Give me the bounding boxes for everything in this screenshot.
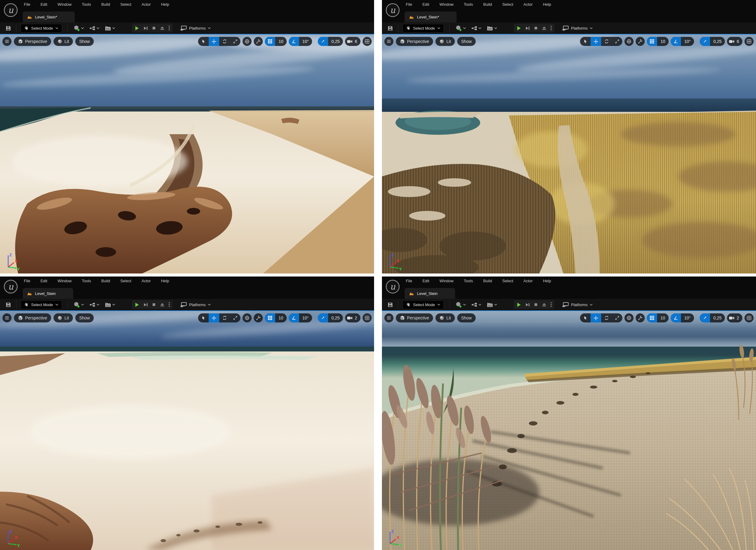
play-button[interactable]: [516, 26, 521, 31]
scale-snap-control[interactable]: 0,25: [318, 37, 343, 46]
select-mode-dropdown[interactable]: Select Mode: [402, 24, 444, 33]
eject-button[interactable]: [542, 26, 546, 31]
grid-snap-value[interactable]: 10: [657, 315, 669, 320]
menu-build[interactable]: Build: [478, 278, 497, 283]
rotation-snap-value[interactable]: 10°: [299, 39, 312, 44]
cinematics-dropdown[interactable]: [102, 26, 118, 31]
rotation-snap-toggle[interactable]: [289, 37, 299, 46]
rotation-snap-control[interactable]: 10°: [289, 37, 312, 46]
scale-tool-button[interactable]: [230, 313, 240, 322]
rotation-snap-toggle[interactable]: [289, 313, 299, 322]
menu-help[interactable]: Help: [538, 278, 556, 283]
rotation-snap-control[interactable]: 10°: [671, 313, 694, 322]
surface-snapping-button[interactable]: [254, 313, 263, 322]
maximize-viewport-button[interactable]: [745, 313, 754, 322]
viewport-show-dropdown[interactable]: Show: [75, 37, 94, 46]
surface-snapping-button[interactable]: [636, 313, 645, 322]
grid-snap-toggle[interactable]: [647, 37, 657, 46]
select-tool-button[interactable]: [198, 37, 209, 46]
save-button[interactable]: [386, 302, 395, 307]
rotation-snap-value[interactable]: 10°: [299, 315, 312, 320]
rotation-snap-value[interactable]: 10°: [681, 39, 694, 44]
viewport-perspective-dropdown[interactable]: Perspective: [14, 313, 51, 322]
move-tool-button[interactable]: [209, 37, 219, 46]
camera-speed-control[interactable]: 2: [727, 313, 742, 322]
camera-speed-control[interactable]: 6: [345, 37, 360, 46]
level-tab[interactable]: Level_Stein*: [405, 11, 457, 22]
surface-snapping-button[interactable]: [636, 37, 645, 46]
stop-button[interactable]: [534, 302, 538, 307]
grid-snap-value[interactable]: 10: [657, 39, 669, 44]
select-tool-button[interactable]: [580, 37, 591, 46]
rotate-tool-button[interactable]: [219, 313, 230, 322]
menu-build[interactable]: Build: [478, 2, 497, 7]
camera-speed-value[interactable]: 6: [354, 39, 360, 44]
viewport[interactable]: Perspective Lit Show: [0, 34, 374, 274]
world-local-space-button[interactable]: [243, 37, 252, 46]
menu-select[interactable]: Select: [497, 278, 518, 283]
grid-snap-control[interactable]: 10: [265, 313, 287, 322]
grid-snap-control[interactable]: 10: [647, 37, 669, 46]
grid-snap-control[interactable]: 10: [647, 313, 669, 322]
menu-select[interactable]: Select: [115, 2, 136, 7]
play-options-button[interactable]: [550, 302, 552, 307]
scale-snap-toggle[interactable]: [318, 313, 328, 322]
grid-snap-toggle[interactable]: [265, 37, 275, 46]
play-options-button[interactable]: [550, 25, 552, 31]
camera-speed-toggle[interactable]: [727, 313, 736, 322]
rotation-snap-toggle[interactable]: [671, 313, 681, 322]
viewport-show-dropdown[interactable]: Show: [457, 37, 476, 46]
cinematics-dropdown[interactable]: [484, 26, 500, 31]
stop-button[interactable]: [152, 302, 156, 307]
camera-speed-toggle[interactable]: [345, 313, 354, 322]
menu-tools[interactable]: Tools: [77, 278, 96, 283]
add-actor-dropdown[interactable]: [71, 301, 87, 308]
select-tool-button[interactable]: [198, 313, 209, 322]
grid-snap-control[interactable]: 10: [265, 37, 287, 46]
blueprints-dropdown[interactable]: [87, 26, 102, 31]
menu-select[interactable]: Select: [115, 278, 136, 283]
scale-snap-toggle[interactable]: [318, 37, 328, 46]
menu-help[interactable]: Help: [156, 2, 174, 7]
menu-actor[interactable]: Actor: [136, 2, 156, 7]
level-tab[interactable]: Level_Stein: [23, 288, 73, 299]
viewport-options-button[interactable]: [2, 37, 11, 46]
eject-button[interactable]: [160, 26, 165, 31]
camera-speed-value[interactable]: 2: [354, 315, 360, 320]
skip-frame-button[interactable]: [143, 26, 148, 31]
camera-speed-value[interactable]: 2: [736, 315, 742, 320]
maximize-viewport-button[interactable]: [745, 37, 754, 46]
select-mode-dropdown[interactable]: Select Mode: [21, 300, 62, 309]
grid-snap-toggle[interactable]: [265, 313, 275, 322]
viewport-show-dropdown[interactable]: Show: [75, 313, 94, 322]
move-tool-button[interactable]: [591, 313, 601, 322]
camera-speed-toggle[interactable]: [727, 37, 736, 46]
menu-edit[interactable]: Edit: [35, 278, 52, 283]
viewport[interactable]: Perspective Lit Show: [382, 310, 756, 550]
menu-window[interactable]: Window: [434, 2, 458, 7]
viewport-lit-dropdown[interactable]: Lit: [54, 313, 73, 322]
scale-tool-button[interactable]: [230, 37, 240, 46]
grid-snap-value[interactable]: 10: [275, 315, 287, 320]
blueprints-dropdown[interactable]: [469, 302, 484, 307]
viewport-perspective-dropdown[interactable]: Perspective: [396, 37, 433, 46]
menu-window[interactable]: Window: [52, 2, 77, 7]
move-tool-button[interactable]: [591, 37, 601, 46]
menu-file[interactable]: File: [19, 2, 35, 7]
viewport[interactable]: Perspective Lit Show: [0, 310, 374, 550]
scale-snap-control[interactable]: 0,25: [700, 37, 725, 46]
platforms-dropdown[interactable]: Platforms: [180, 302, 211, 307]
scale-snap-value[interactable]: 0,25: [710, 315, 725, 320]
play-options-button[interactable]: [168, 25, 170, 31]
viewport-perspective-dropdown[interactable]: Perspective: [14, 37, 51, 46]
scale-snap-toggle[interactable]: [700, 37, 710, 46]
camera-speed-toggle[interactable]: [345, 37, 354, 46]
viewport-show-dropdown[interactable]: Show: [457, 313, 476, 322]
viewport[interactable]: Perspective Lit Show: [382, 34, 756, 274]
viewport-perspective-dropdown[interactable]: Perspective: [396, 313, 433, 322]
camera-speed-value[interactable]: 6: [736, 39, 742, 44]
scale-snap-value[interactable]: 0,25: [328, 315, 343, 320]
menu-file[interactable]: File: [401, 2, 417, 7]
menu-file[interactable]: File: [401, 278, 417, 283]
stop-button[interactable]: [534, 26, 538, 30]
